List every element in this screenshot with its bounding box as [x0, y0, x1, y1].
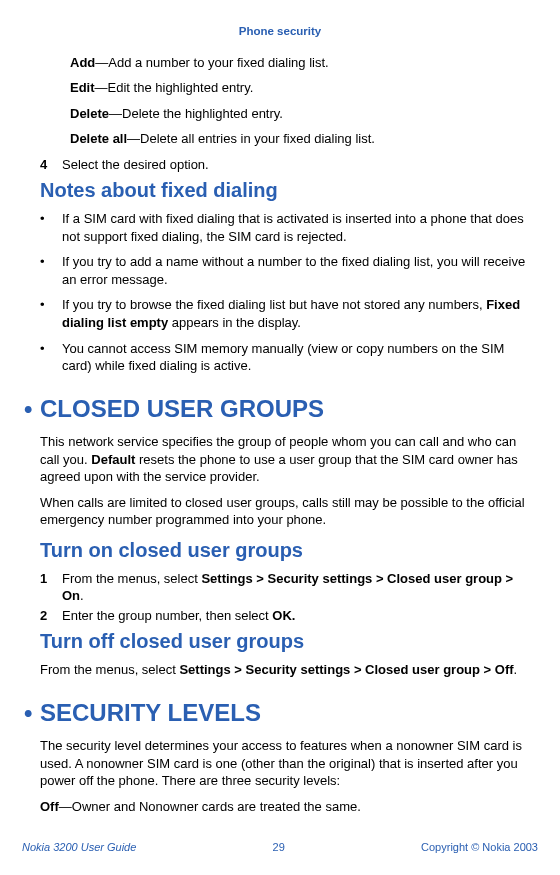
def-delete-all: Delete all—Delete all entries in your fi… [70, 130, 530, 148]
notes-heading: Notes about fixed dialing [40, 177, 538, 204]
notes-list: If a SIM card with fixed dialing that is… [40, 210, 530, 374]
turn-off-heading: Turn off closed user groups [40, 628, 538, 655]
turn-on-step-2: 2 Enter the group number, then select OK… [40, 607, 530, 625]
note-item: If a SIM card with fixed dialing that is… [40, 210, 530, 245]
step-number: 4 [40, 156, 62, 174]
def-add: Add—Add a number to your fixed dialing l… [70, 54, 530, 72]
def-delete: Delete—Delete the highlighted entry. [70, 105, 530, 123]
heading-text: CLOSED USER GROUPS [40, 393, 324, 425]
page-header: Phone security [22, 24, 538, 40]
fixed-dialing-definitions: Add—Add a number to your fixed dialing l… [70, 54, 530, 148]
note-item: If you try to browse the fixed dialing l… [40, 296, 530, 331]
closed-user-groups-heading: • CLOSED USER GROUPS [24, 393, 538, 425]
def-edit: Edit—Edit the highlighted entry. [70, 79, 530, 97]
cug-para1: This network service specifies the group… [40, 433, 530, 486]
step-text: From the menus, select Settings > Securi… [62, 570, 530, 605]
note-item: If you try to add a name without a numbe… [40, 253, 530, 288]
bullet-icon: • [24, 393, 40, 425]
security-level-off: Off—Owner and Nonowner cards are treated… [40, 798, 530, 816]
step-number: 2 [40, 607, 62, 625]
page-footer: Nokia 3200 User Guide 29 Copyright © Nok… [0, 840, 560, 855]
step-text: Select the desired option. [62, 156, 530, 174]
security-levels-para: The security level determines your acces… [40, 737, 530, 790]
step-text: Enter the group number, then select OK. [62, 607, 530, 625]
turn-off-para: From the menus, select Settings > Securi… [40, 661, 530, 679]
step-4: 4 Select the desired option. [40, 156, 530, 174]
footer-left: Nokia 3200 User Guide [22, 840, 136, 855]
turn-on-heading: Turn on closed user groups [40, 537, 538, 564]
bullet-icon: • [24, 697, 40, 729]
footer-right: Copyright © Nokia 2003 [421, 840, 538, 855]
turn-on-step-1: 1 From the menus, select Settings > Secu… [40, 570, 530, 605]
note-item: You cannot access SIM memory manually (v… [40, 340, 530, 375]
heading-text: SECURITY LEVELS [40, 697, 261, 729]
cug-para2: When calls are limited to closed user gr… [40, 494, 530, 529]
security-levels-heading: • SECURITY LEVELS [24, 697, 538, 729]
step-number: 1 [40, 570, 62, 605]
footer-page-number: 29 [136, 840, 421, 855]
